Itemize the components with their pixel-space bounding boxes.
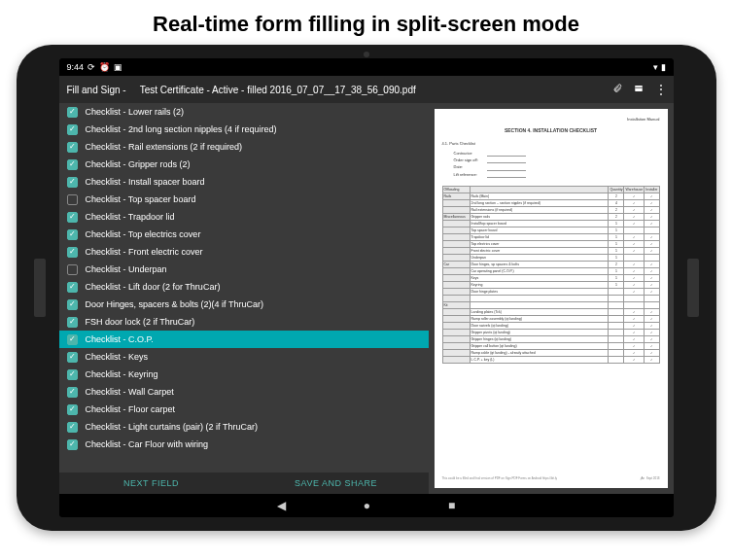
status-time: 9:44 [67, 62, 85, 72]
checklist-label: Checklist - Trapdoor lid [86, 212, 175, 222]
checkbox-icon[interactable] [67, 264, 78, 275]
tablet-side-left [34, 259, 46, 317]
next-field-button[interactable]: NEXT FIELD [59, 472, 244, 494]
table-row [442, 295, 659, 301]
doc-footer-date: jAn_Sept 2013 [641, 476, 660, 480]
checklist-row[interactable]: Checklist - C.O.P. [59, 331, 429, 348]
doc-heading: SECTION 4. INSTALLATION CHECKLIST [442, 127, 660, 133]
tablet-screen: 9:44 ⟳ ⏰ ▣ ▾ ▮ Fill and Sign - Test Cert… [59, 58, 674, 517]
checklist-row[interactable]: Checklist - Underpan [59, 261, 429, 278]
bottom-buttons: NEXT FIELD SAVE AND SHARE [59, 472, 429, 494]
sync-icon: ⟳ [87, 62, 95, 72]
doc-table: OffloadingQuantityWarehouseInstaller Rai… [442, 186, 660, 364]
doc-footer-note: This could be a filled and final version… [442, 476, 558, 480]
table-row: Gripper pivots (qt landing) [442, 329, 659, 335]
checkbox-icon[interactable] [67, 124, 78, 135]
svg-rect-1 [635, 88, 643, 88]
nav-home-icon[interactable]: ● [364, 499, 370, 512]
checkbox-icon[interactable] [67, 369, 78, 380]
table-row: 2nd long section – section nipples (if r… [442, 199, 659, 206]
split-content: Checklist - Lower rails (2)Checklist - 2… [59, 103, 674, 494]
page-caption: Real-time form filling in split-screen m… [0, 0, 732, 45]
checklist-row[interactable]: Checklist - Lower rails (2) [59, 103, 429, 121]
checklist-label: Checklist - Car Floor with wiring [86, 439, 209, 449]
tablet-camera [364, 52, 369, 57]
checklist-label: Checklist - Lower rails (2) [86, 107, 185, 117]
checklist-row[interactable]: Checklist - Rail extensions (2 if requir… [59, 138, 429, 156]
overflow-icon[interactable]: ⋮ [655, 83, 666, 96]
nav-recent-icon[interactable]: ■ [448, 499, 455, 512]
checklist-row[interactable]: Checklist - Gripper rods (2) [59, 156, 429, 173]
checklist-row[interactable]: Checklist - 2nd long section nipples (4 … [59, 121, 429, 138]
checkbox-icon[interactable] [67, 282, 78, 293]
checkbox-icon[interactable] [67, 194, 78, 205]
doc-field: Contractor: [454, 150, 660, 157]
checklist-row[interactable]: Checklist - Keys [59, 348, 429, 366]
checklist-label: Checklist - Wall Carpet [86, 387, 174, 397]
checklist-label: Checklist - Install spacer board [86, 177, 205, 187]
checkbox-icon[interactable] [67, 439, 78, 450]
app-bar: Fill and Sign - Test Certificate - Activ… [59, 76, 674, 103]
checklist-row[interactable]: Checklist - Top spacer board [59, 191, 429, 208]
table-row: MiscellaneousGripper rods2 [442, 213, 659, 220]
checkbox-icon[interactable] [67, 159, 78, 170]
checklist-list[interactable]: Checklist - Lower rails (2)Checklist - 2… [59, 103, 429, 472]
checklist-label: Checklist - Lift door (2 for ThruCar) [86, 282, 221, 292]
checklist-row[interactable]: FSH door lock (2 if ThruCar) [59, 313, 429, 331]
table-row: Ramp roller assembly (qt landing) [442, 315, 659, 322]
checklist-row[interactable]: Checklist - Trapdoor lid [59, 208, 429, 226]
checklist-row[interactable]: Checklist - Lift door (2 for ThruCar) [59, 278, 429, 296]
checkbox-icon[interactable] [67, 142, 78, 153]
table-row: Top spacer board1 [442, 227, 659, 233]
tablet-frame: 9:44 ⟳ ⏰ ▣ ▾ ▮ Fill and Sign - Test Cert… [17, 45, 716, 531]
checkbox-icon[interactable] [67, 247, 78, 258]
checkbox-icon[interactable] [67, 212, 78, 223]
table-row: L.C.P. + key (L) [442, 356, 659, 363]
doc-field: Date: [454, 163, 660, 170]
checklist-row[interactable]: Checklist - Top electrics cover [59, 226, 429, 243]
checklist-row[interactable]: Door Hinges, spacers & bolts (2)(4 if Th… [59, 296, 429, 313]
checkbox-icon[interactable] [67, 177, 78, 188]
checkbox-icon[interactable] [67, 387, 78, 398]
checkbox-icon[interactable] [67, 317, 78, 328]
battery-icon: ▮ [661, 62, 666, 72]
checklist-label: Checklist - Rail extensions (2 if requir… [86, 142, 243, 152]
checklist-row[interactable]: Checklist - Floor carpet [59, 401, 429, 418]
checklist-label: FSH door lock (2 if ThruCar) [86, 317, 195, 327]
nav-bar: ◀ ● ■ [59, 494, 674, 517]
doc-subsection: 4.1. Parts Checklist [442, 141, 660, 146]
status-bar: 9:44 ⟳ ⏰ ▣ ▾ ▮ [59, 58, 674, 76]
checklist-row[interactable]: Checklist - Wall Carpet [59, 383, 429, 401]
nav-back-icon[interactable]: ◀ [277, 499, 286, 512]
checklist-row[interactable]: Checklist - Car Floor with wiring [59, 436, 429, 453]
checklist-label: Checklist - Top electrics cover [86, 229, 201, 239]
checkbox-icon[interactable] [67, 334, 78, 345]
checkbox-icon[interactable] [67, 229, 78, 240]
box-icon: ▣ [114, 62, 122, 72]
attachment-icon[interactable] [612, 84, 622, 95]
checklist-label: Checklist - C.O.P. [86, 334, 154, 344]
left-pane: Checklist - Lower rails (2)Checklist - 2… [59, 103, 429, 494]
card-icon[interactable] [634, 84, 644, 95]
table-row: Front electric cover1 [442, 247, 659, 254]
checklist-label: Door Hinges, spacers & bolts (2)(4 if Th… [86, 299, 263, 309]
checklist-label: Checklist - Gripper rods (2) [86, 159, 191, 169]
checklist-row[interactable]: Checklist - Light curtains (pair) (2 if … [59, 418, 429, 436]
svg-rect-0 [635, 86, 643, 91]
table-row: RailsRails (Main)2 [442, 192, 659, 199]
save-share-button[interactable]: SAVE AND SHARE [244, 472, 429, 494]
checklist-row[interactable]: Checklist - Install spacer board [59, 173, 429, 191]
checklist-label: Checklist - Floor carpet [86, 404, 176, 414]
table-row: Door hinge plates [442, 288, 659, 295]
pdf-preview[interactable]: Installation Manual SECTION 4. INSTALLAT… [435, 109, 668, 488]
checkbox-icon[interactable] [67, 299, 78, 310]
checkbox-icon[interactable] [67, 404, 78, 415]
alarm-icon: ⏰ [99, 62, 110, 72]
checkbox-icon[interactable] [67, 422, 78, 433]
checkbox-icon[interactable] [67, 107, 78, 118]
table-row: Gripper call button (qt landing) [442, 342, 659, 349]
checklist-row[interactable]: Checklist - Front electric cover [59, 243, 429, 261]
checkbox-icon[interactable] [67, 352, 78, 363]
checklist-row[interactable]: Checklist - Keyring [59, 366, 429, 383]
doc-manual-label: Installation Manual [627, 117, 659, 122]
